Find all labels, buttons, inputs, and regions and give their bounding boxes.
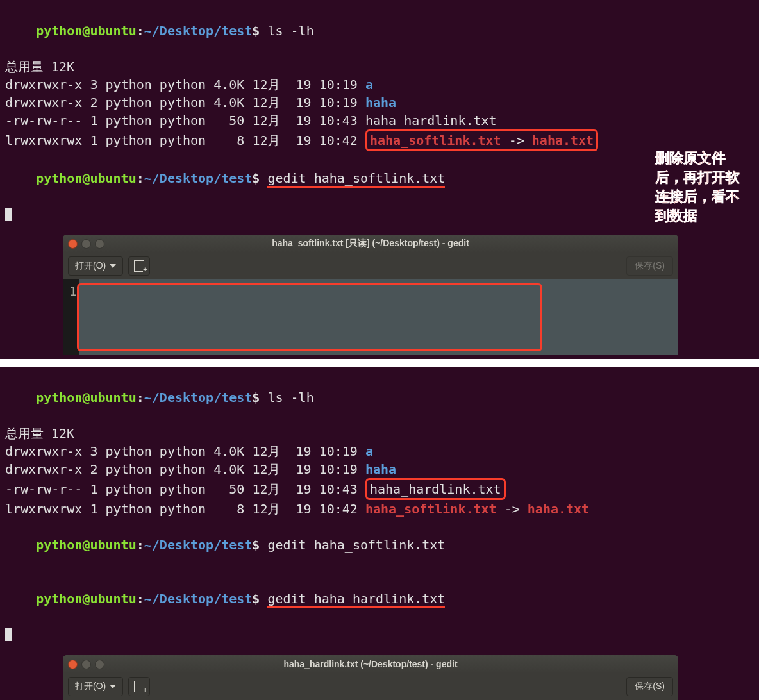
editor-area[interactable] [79,279,678,355]
command-gedit-hardlink: gedit haha_hardlink.txt [267,591,445,608]
ls-row: drwxrwxr-x 3 python python 4.0K 12月 19 1… [5,76,754,94]
gedit-toolbar: 打开(O) 保存(S) [63,673,678,700]
term-line: python@ubuntu:~/Desktop/test$ gedit haha… [5,151,754,205]
ls-total: 总用量 12K [5,424,754,442]
new-document-button[interactable] [128,256,150,276]
command: ls -lh [267,23,313,38]
gedit-title: haha_hardlink.txt (~/Desktop/test) - ged… [63,659,678,669]
new-document-icon [134,681,144,692]
panel-softlink: python@ubuntu:~/Desktop/test$ ls -lh 总用量… [0,0,759,359]
highlight-softlink: haha_softlink.txt -> haha.txt [365,129,598,151]
save-button[interactable]: 保存(S) [626,256,673,276]
highlight-hardlink-name: haha_hardlink.txt [365,478,506,500]
term-line: python@ubuntu:~/Desktop/test$ ls -lh [5,371,754,424]
panel-hardlink: python@ubuntu:~/Desktop/test$ ls -lh 总用量… [0,367,759,700]
ls-row: drwxrwxr-x 3 python python 4.0K 12月 19 1… [5,442,754,460]
gedit-titlebar[interactable]: haha_softlink.txt [只读] (~/Desktop/test) … [63,235,678,253]
command: gedit haha_softlink.txt [267,537,445,553]
ls-row: lrwxrwxrwx 1 python python 8 12月 19 10:4… [5,500,754,518]
dir-name: haha [365,95,396,110]
new-document-icon [134,260,144,272]
command: ls -lh [267,390,313,405]
annotation-softlink: 删除原文件 后，再打开软 连接后，看不 到数据 [655,149,740,226]
ls-row: lrwxrwxrwx 1 python python 8 12月 19 10:4… [5,129,754,151]
new-document-button[interactable] [128,677,150,696]
save-button[interactable]: 保存(S) [626,677,673,696]
gedit-body: 1 [63,279,678,355]
ls-row: -rw-rw-r-- 1 python python 50 12月 19 10:… [5,112,754,129]
prompt-user: python@ubuntu [36,23,137,38]
term-cursor-line [5,626,754,644]
chevron-down-icon [110,264,116,268]
term-line: python@ubuntu:~/Desktop/test$ ls -lh [5,4,754,58]
ls-total: 总用量 12K [5,58,754,76]
gedit-window-softlink: haha_softlink.txt [只读] (~/Desktop/test) … [63,235,678,355]
gutter: 1 [63,279,79,355]
cursor-icon [5,208,12,221]
gedit-title: haha_softlink.txt [只读] (~/Desktop/test) … [63,238,678,249]
gedit-titlebar[interactable]: haha_hardlink.txt (~/Desktop/test) - ged… [63,655,678,673]
term-cursor-line [5,205,754,223]
file-name: haha_hardlink.txt [365,113,497,128]
ls-row: -rw-rw-r-- 1 python python 50 12月 19 10:… [5,478,754,500]
chevron-down-icon [110,685,116,688]
term-line: python@ubuntu:~/Desktop/test$ gedit haha… [5,518,754,572]
command-gedit-softlink: gedit haha_softlink.txt [267,171,445,188]
gedit-toolbar: 打开(O) 保存(S) [63,253,678,279]
open-button[interactable]: 打开(O) [68,256,123,276]
ls-row: drwxrwxr-x 2 python python 4.0K 12月 19 1… [5,460,754,478]
gedit-window-hardlink: haha_hardlink.txt (~/Desktop/test) - ged… [63,655,678,700]
term-line: python@ubuntu:~/Desktop/test$ gedit haha… [5,572,754,626]
ls-row: drwxrwxr-x 2 python python 4.0K 12月 19 1… [5,94,754,112]
cursor-icon [5,628,12,641]
prompt-path: ~/Desktop/test [144,23,253,38]
open-button[interactable]: 打开(O) [68,677,123,696]
dir-name: a [365,77,373,92]
